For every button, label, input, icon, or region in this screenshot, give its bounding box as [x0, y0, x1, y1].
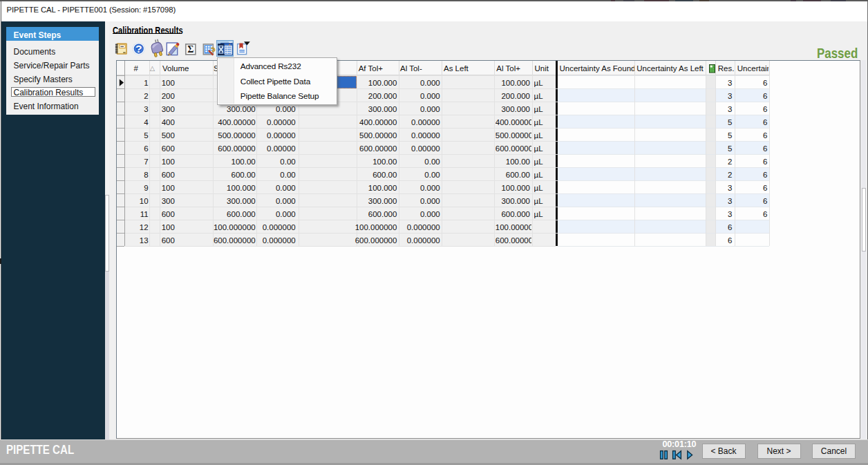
- svg-text:Σ: Σ: [187, 44, 194, 55]
- svg-text:?: ?: [135, 43, 142, 55]
